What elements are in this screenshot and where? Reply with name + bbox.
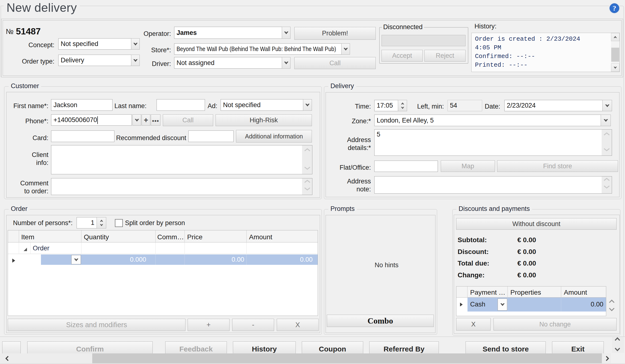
- svg-text:?: ?: [613, 4, 616, 12]
